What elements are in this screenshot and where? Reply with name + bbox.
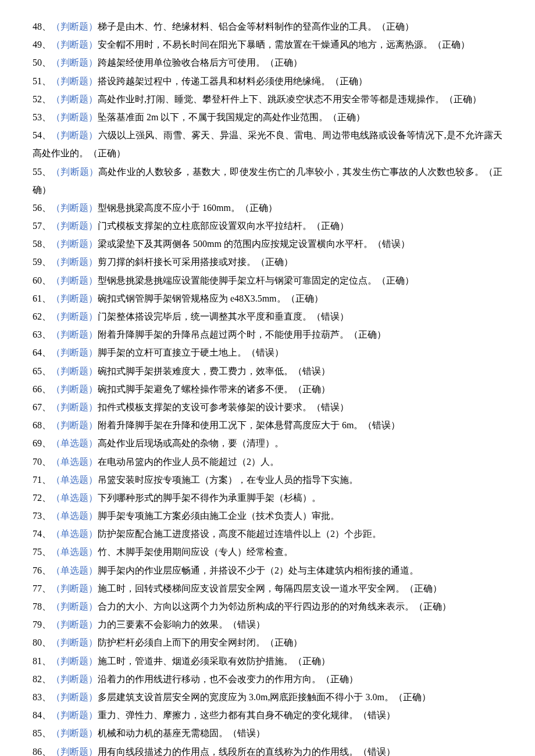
- question-item: 54、（判断题）六级以上强风、雨雪、雾天、异温、采光不良、雷电、周边带电线路或设…: [33, 126, 502, 162]
- question-type-tag: （判断题）: [51, 22, 98, 31]
- question-number: 54、: [33, 130, 51, 140]
- question-number: 48、: [33, 22, 51, 31]
- question-item: 66、（判断题）碗扣式脚手架避免了螺栓操作带来的诸多不便。（正确）: [33, 380, 502, 398]
- question-type-tag: （判断题）: [51, 747, 98, 757]
- question-item: 74、（单选题）防护架应配合施工进度搭设，高度不能超过连墙件以上（2）个步距。: [33, 525, 502, 543]
- question-text: 梯子是由木、竹、绝缘材料、铝合金等材料制作的登高作业的工具。（正确）: [98, 22, 414, 31]
- question-list: 48、（判断题）梯子是由木、竹、绝缘材料、铝合金等材料制作的登高作业的工具。（正…: [33, 17, 502, 756]
- question-item: 67、（判断题）扣件式模板支撑架的支设可参考装修架的设计要求。（错误）: [33, 398, 502, 416]
- question-number: 80、: [33, 637, 51, 647]
- question-type-tag: （判断题）: [51, 275, 98, 285]
- question-item: 84、（判断题）重力、弹性力、摩擦力，这些力都有其自身不确定的变化规律。（错误）: [33, 706, 502, 724]
- question-type-tag: （判断题）: [51, 637, 98, 647]
- question-number: 75、: [33, 547, 51, 557]
- question-text: 坠落基准面 2m 以下，不属于我国规定的高处作业范围。（正确）: [98, 112, 365, 122]
- question-number: 77、: [33, 583, 51, 593]
- question-number: 68、: [33, 420, 51, 430]
- question-type-tag: （判断题）: [51, 94, 98, 104]
- question-item: 83、（判断题）多层建筑支设首层安全网的宽度应为 3.0m,网底距接触面不得小于…: [33, 688, 502, 706]
- question-type-tag: （判断题）: [51, 583, 98, 593]
- question-type-tag: （判断题）: [51, 619, 98, 629]
- question-number: 59、: [33, 257, 51, 267]
- question-item: 61、（判断题）碗扣式钢管脚手架钢管规格应为 e48X3.5mm。（正确）: [33, 289, 502, 307]
- question-type-tag: （单选题）: [51, 529, 98, 539]
- question-text: 合力的大小、方向以这两个力为邻边所构成的平行四边形的的对角线来表示。（正确）: [98, 601, 451, 611]
- question-text: 型钢悬挑梁悬挑端应设置能使脚手架立杆与钢梁可靠固定的定位点。（正确）: [98, 275, 414, 285]
- question-text: 门架整体搭设完毕后，统一调整其水平度和垂直度。（错误）: [98, 311, 349, 321]
- question-number: 71、: [33, 475, 51, 485]
- question-text: 附着升降脚手架的升降吊点超过两个时，不能使用手拉葫芦。（正确）: [98, 329, 386, 339]
- question-type-tag: （判断题）: [51, 257, 98, 267]
- question-type-tag: （判断题）: [51, 311, 98, 321]
- question-text: 安全帽不用时，不易长时间在阳光下暴晒，需放置在干燥通风的地方，远离热源。（正确）: [98, 40, 470, 49]
- question-type-tag: （判断题）: [51, 347, 98, 357]
- question-item: 65、（判断题）碗扣式脚手架拼装难度大，费工费力，效率低。（错误）: [33, 362, 502, 380]
- question-type-tag: （判断题）: [51, 221, 98, 231]
- question-text: 高处作业的人数较多，基数大，即使发生伤亡的几率较小，其发生伤亡事故的人次数也较多…: [33, 167, 502, 195]
- question-item: 64、（判断题）脚手架的立杆可直接立于硬土地上。（错误）: [33, 343, 502, 361]
- question-type-tag: （单选题）: [51, 438, 98, 448]
- question-text: 力的三要素不会影响力的效果。（错误）: [98, 619, 265, 629]
- question-text: 梁或梁垫下及其两侧各 500mm 的范围内应按规定设置横向水平杆。（错误）: [98, 239, 410, 249]
- question-number: 49、: [33, 40, 51, 49]
- question-text: 吊篮安装时应按专项施工（方案），在专业人员的指导下实施。: [98, 475, 358, 485]
- question-number: 60、: [33, 275, 51, 285]
- question-text: 碗扣式脚手架避免了螺栓操作带来的诸多不便。（正确）: [98, 384, 330, 394]
- question-text: 多层建筑支设首层安全网的宽度应为 3.0m,网底距接触面不得小于 3.0m。（正…: [98, 692, 431, 702]
- question-text: 施工时，管道井、烟道必须采取有效防护措施。（正确）: [98, 656, 330, 666]
- question-text: 下列哪种形式的脚手架不得作为承重脚手架（杉槁）。: [98, 493, 321, 503]
- question-item: 80、（判断题）防护栏杆必须自上而下的用安全网封闭。（正确）: [33, 633, 502, 651]
- question-item: 53、（判断题）坠落基准面 2m 以下，不属于我国规定的高处作业范围。（正确）: [33, 108, 502, 126]
- question-text: 脚手架的立杆可直接立于硬土地上。（错误）: [98, 347, 284, 357]
- question-type-tag: （判断题）: [51, 239, 98, 249]
- question-item: 85、（判断题）机械和动力机的基座无需稳固。（错误）: [33, 724, 502, 742]
- question-type-tag: （单选题）: [51, 547, 98, 557]
- question-item: 51、（判断题）搭设跨越架过程中，传递工器具和材料必须使用绝缘绳。（正确）: [33, 72, 502, 90]
- question-number: 55、: [33, 167, 51, 177]
- question-number: 56、: [33, 203, 51, 213]
- question-item: 49、（判断题）安全帽不用时，不易长时间在阳光下暴晒，需放置在干燥通风的地方，远…: [33, 35, 502, 53]
- question-number: 58、: [33, 239, 51, 249]
- question-item: 58、（判断题）梁或梁垫下及其两侧各 500mm 的范围内应按规定设置横向水平杆…: [33, 235, 502, 253]
- question-item: 60、（判断题）型钢悬挑梁悬挑端应设置能使脚手架立杆与钢梁可靠固定的定位点。（正…: [33, 271, 502, 289]
- question-type-tag: （单选题）: [51, 493, 98, 503]
- question-text: 脚手架内的作业层应畅通，并搭设不少于（2）处与主体建筑内相衔接的通道。: [98, 565, 419, 575]
- question-type-tag: （判断题）: [51, 58, 98, 67]
- question-text: 剪刀撑的斜杆接长可采用搭接或对接。（正确）: [98, 257, 293, 267]
- question-item: 75、（单选题）竹、木脚手架使用期间应设（专人）经常检查。: [33, 543, 502, 561]
- question-text: 重力、弹性力、摩擦力，这些力都有其自身不确定的变化规律。（错误）: [98, 710, 395, 720]
- question-type-tag: （判断题）: [51, 601, 98, 611]
- question-item: 82、（判断题）沿着力的作用线进行移动，也不会改变力的作用方向。（正确）: [33, 670, 502, 688]
- question-type-tag: （判断题）: [51, 130, 98, 140]
- question-number: 78、: [33, 601, 51, 611]
- question-item: 52、（判断题）高处作业时,打闹、睡觉、攀登杆件上下、跳跃凌空状态不用安全带等都…: [33, 90, 502, 108]
- question-item: 63、（判断题）附着升降脚手架的升降吊点超过两个时，不能使用手拉葫芦。（正确）: [33, 325, 502, 343]
- question-type-tag: （判断题）: [51, 692, 98, 702]
- question-number: 74、: [33, 529, 51, 539]
- question-text: 防护架应配合施工进度搭设，高度不能超过连墙件以上（2）个步距。: [98, 529, 381, 539]
- question-number: 81、: [33, 656, 51, 666]
- question-text: 在电动吊篮内的作业人员不能超过（2）人。: [98, 457, 279, 467]
- question-text: 附着升降脚手架在升降和使用工况下，架体悬臂高度应大于 6m。（错误）: [98, 420, 400, 430]
- question-type-tag: （单选题）: [51, 565, 98, 575]
- question-type-tag: （判断题）: [51, 656, 98, 666]
- question-text: 跨越架经使用单位验收合格后方可使用。（正确）: [98, 58, 302, 67]
- question-type-tag: （判断题）: [51, 112, 98, 122]
- question-text: 用有向线段描述力的作用点，线段所在的直线称为力的作用线。（错误）: [98, 747, 395, 757]
- question-type-tag: （单选题）: [51, 457, 98, 467]
- question-item: 71、（单选题）吊篮安装时应按专项施工（方案），在专业人员的指导下实施。: [33, 471, 502, 489]
- question-text: 六级以上强风、雨雪、雾天、异温、采光不良、雷电、周边带电线路或设备等情况下,是不…: [33, 130, 502, 158]
- question-number: 64、: [33, 347, 51, 357]
- question-number: 82、: [33, 674, 51, 684]
- question-number: 65、: [33, 366, 51, 376]
- question-number: 73、: [33, 511, 51, 521]
- question-type-tag: （判断题）: [51, 203, 98, 213]
- question-item: 69、（单选题）高处作业后现场或高处的杂物，要（清理）。: [33, 434, 502, 452]
- question-number: 61、: [33, 293, 51, 303]
- question-item: 70、（单选题）在电动吊篮内的作业人员不能超过（2）人。: [33, 453, 502, 471]
- question-number: 86、: [33, 747, 51, 757]
- question-type-tag: （判断题）: [51, 384, 98, 394]
- question-type-tag: （判断题）: [51, 293, 98, 303]
- question-item: 68、（判断题）附着升降脚手架在升降和使用工况下，架体悬臂高度应大于 6m。（错…: [33, 416, 502, 434]
- question-item: 78、（判断题）合力的大小、方向以这两个力为邻边所构成的平行四边形的的对角线来表…: [33, 597, 502, 615]
